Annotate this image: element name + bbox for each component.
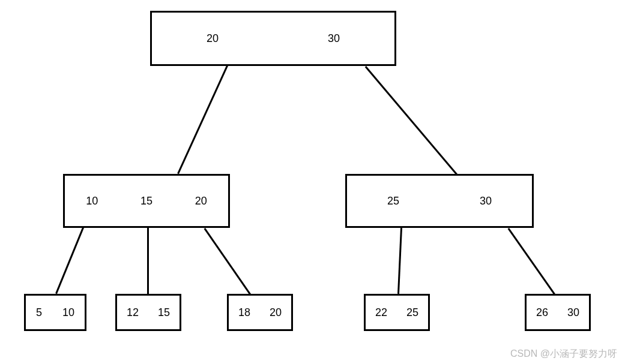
node-key: 10	[62, 306, 74, 319]
node-key: 12	[127, 306, 139, 319]
tree-edge	[397, 228, 402, 294]
node-key: 20	[207, 32, 219, 45]
node-key: 18	[238, 306, 250, 319]
node-key: 25	[387, 195, 399, 207]
tree-internal-node: 25 30	[345, 174, 534, 228]
node-key: 10	[86, 195, 98, 207]
tree-edge	[365, 66, 457, 175]
tree-leaf-node: 5 10	[24, 294, 86, 331]
tree-root-node: 20 30	[150, 11, 396, 66]
tree-leaf-node: 12 15	[115, 294, 181, 331]
tree-internal-node: 10 15 20	[63, 174, 230, 228]
tree-leaf-node: 26 30	[525, 294, 591, 331]
node-key: 5	[36, 306, 42, 319]
node-key: 20	[270, 306, 282, 319]
tree-edge	[204, 228, 251, 295]
node-key: 15	[158, 306, 170, 319]
tree-leaf-node: 22 25	[364, 294, 430, 331]
watermark-text: CSDN @小涵子要努力呀	[510, 348, 617, 360]
node-key: 30	[480, 195, 492, 207]
tree-edge	[177, 65, 228, 174]
node-key: 15	[140, 195, 152, 207]
node-key: 26	[536, 306, 548, 319]
tree-edge	[508, 228, 555, 295]
node-key: 20	[195, 195, 207, 207]
node-key: 25	[406, 306, 418, 319]
tree-edge	[147, 228, 149, 294]
tree-leaf-node: 18 20	[227, 294, 293, 331]
node-key: 30	[328, 32, 340, 45]
tree-edge	[55, 227, 84, 294]
node-key: 22	[375, 306, 387, 319]
node-key: 30	[567, 306, 579, 319]
